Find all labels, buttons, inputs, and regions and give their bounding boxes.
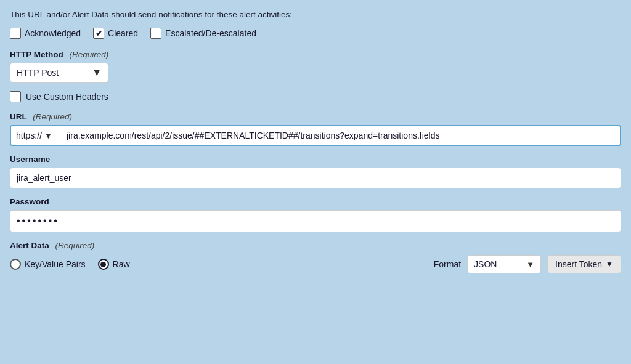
custom-headers-label: Use Custom Headers <box>26 92 108 102</box>
format-value: JSON <box>474 259 497 269</box>
alert-data-label: Alert Data (Required) <box>10 241 621 250</box>
http-method-select[interactable]: HTTP Post ▼ <box>10 63 108 83</box>
http-method-label: HTTP Method (Required) <box>10 50 621 59</box>
cleared-checkbox[interactable]: ✔ Cleared <box>93 28 138 39</box>
custom-headers-checkbox[interactable] <box>10 91 21 102</box>
escalated-label: Escalated/De-escalated <box>165 28 256 38</box>
url-protocol-dropdown-icon: ▼ <box>44 131 52 140</box>
format-dropdown-icon: ▼ <box>526 260 534 269</box>
escalated-checkbox[interactable]: Escalated/De-escalated <box>150 28 256 39</box>
url-protocol-text: https:// <box>16 131 42 140</box>
acknowledged-label: Acknowledged <box>25 28 81 38</box>
key-value-radio-circle[interactable] <box>10 259 21 270</box>
alert-data-section: Alert Data (Required) Key/Value Pairs Ra… <box>10 241 621 273</box>
http-method-value: HTTP Post <box>17 68 87 78</box>
acknowledged-checkbox[interactable]: Acknowledged <box>10 28 81 39</box>
insert-token-dropdown-icon: ▼ <box>606 260 613 269</box>
http-method-dropdown-icon: ▼ <box>92 67 102 78</box>
key-value-radio[interactable]: Key/Value Pairs <box>10 259 86 270</box>
insert-token-label: Insert Token <box>555 259 602 269</box>
raw-label: Raw <box>113 259 130 269</box>
format-select[interactable]: JSON ▼ <box>467 255 541 273</box>
insert-token-button[interactable]: Insert Token ▼ <box>547 255 621 273</box>
custom-headers-row: Use Custom Headers <box>10 91 621 102</box>
password-section: Password <box>10 197 621 232</box>
url-input-container: https:// ▼ <box>10 125 621 146</box>
password-input[interactable] <box>10 210 621 232</box>
format-insert-row: Format JSON ▼ Insert Token ▼ <box>434 255 621 273</box>
url-path-input[interactable] <box>60 126 620 145</box>
format-label: Format <box>434 259 461 269</box>
escalated-checkbox-box[interactable] <box>150 28 161 39</box>
url-protocol-select[interactable]: https:// ▼ <box>11 126 60 145</box>
alert-data-bottom-row: Key/Value Pairs Raw Format JSON ▼ Insert… <box>10 255 621 273</box>
http-method-section: HTTP Method (Required) HTTP Post ▼ <box>10 50 621 83</box>
raw-radio-circle[interactable] <box>98 259 109 270</box>
acknowledged-checkbox-box[interactable] <box>10 28 21 39</box>
url-field-label: URL (Required) <box>10 112 621 121</box>
raw-radio[interactable]: Raw <box>98 259 130 270</box>
key-value-label: Key/Value Pairs <box>25 259 86 269</box>
password-label: Password <box>10 197 621 206</box>
url-section: URL (Required) https:// ▼ <box>10 112 621 146</box>
cleared-checkbox-box[interactable]: ✔ <box>93 28 104 39</box>
username-input[interactable] <box>10 168 621 188</box>
username-label: Username <box>10 155 621 164</box>
description-text: This URL and/or Alert Data should send n… <box>10 10 621 19</box>
cleared-label: Cleared <box>108 28 138 38</box>
cleared-checkmark: ✔ <box>96 29 102 38</box>
checkboxes-row: Acknowledged ✔ Cleared Escalated/De-esca… <box>10 28 621 39</box>
username-section: Username <box>10 155 621 188</box>
